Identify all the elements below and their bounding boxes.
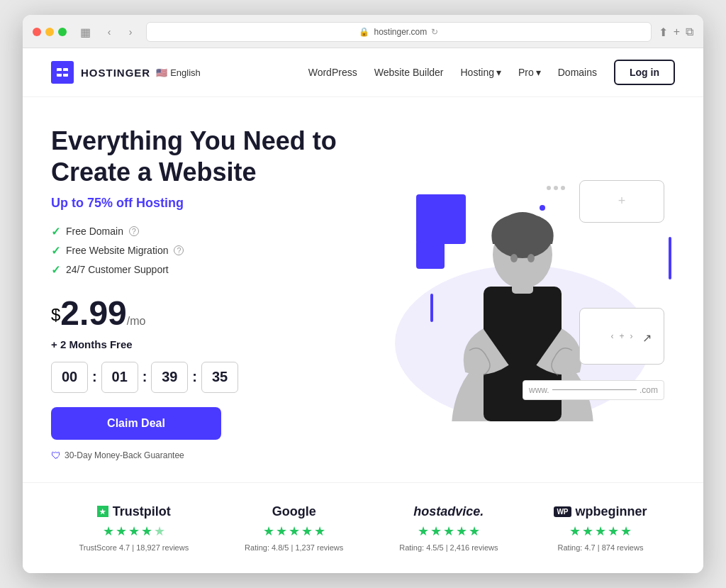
site-navigation: HOSTINGER 🇺🇸 English WordPress Website B…	[23, 48, 703, 97]
illustration-container: + ‹ + ›	[374, 166, 671, 421]
page-content: HOSTINGER 🇺🇸 English WordPress Website B…	[23, 48, 703, 572]
price-dollar: $	[51, 304, 60, 323]
login-button[interactable]: Log in	[614, 60, 675, 85]
info-icon[interactable]: ?	[174, 245, 184, 255]
money-back-guarantee: 🛡 30-Day Money-Back Guarantee	[51, 450, 356, 461]
cursor-icon: ↗	[642, 331, 652, 345]
hostadvice-label: hostadvice.	[413, 504, 484, 519]
shield-icon: 🛡	[51, 450, 61, 461]
price-block: $2.99/mo	[51, 294, 356, 333]
blue-dot	[540, 205, 545, 211]
accent-line-vertical	[669, 237, 671, 279]
window-icons: ▦	[77, 23, 94, 40]
browser-chrome: ▦ ‹ › 🔒 hostinger.com ↻ ⬆ + ⧉	[23, 15, 703, 48]
nav-website-builder[interactable]: Website Builder	[374, 67, 444, 78]
close-button[interactable]	[33, 28, 41, 36]
claim-deal-button[interactable]: Claim Deal	[51, 407, 221, 440]
review-trustpilot: ★ Trustpilot ★ ★ ★ ★ ★ TrustScore 4.7 | …	[79, 504, 189, 552]
countdown-sep: :	[192, 369, 197, 385]
nav-pro[interactable]: Pro ▾	[518, 67, 541, 78]
star-5: ★	[620, 523, 632, 539]
logo-text: HOSTINGER	[81, 67, 150, 79]
feature-label: Free Domain	[66, 226, 123, 237]
hero-section: Everything You Need toCreate a Website U…	[23, 97, 703, 482]
share-icon[interactable]: ⬆	[659, 26, 668, 39]
info-icon[interactable]: ?	[129, 226, 139, 236]
google-stars: ★ ★ ★ ★ ★	[245, 523, 343, 539]
google-brand: Google	[245, 504, 343, 519]
discount-text: 75%	[87, 196, 113, 210]
forward-button[interactable]: ›	[122, 23, 139, 40]
flag-icon: 🇺🇸	[156, 67, 167, 78]
star-3: ★	[128, 523, 140, 539]
domain-input-bar[interactable]: www. .com	[523, 380, 664, 400]
star-5: ★	[314, 523, 325, 539]
hero-subtitle: Up to 75% off Hosting	[51, 196, 356, 211]
browser-nav: ‹ ›	[101, 23, 139, 40]
left-arrow-icon: ‹	[610, 331, 613, 341]
countdown-minutes: 01	[101, 362, 138, 393]
nav-hosting[interactable]: Hosting ▾	[460, 67, 501, 78]
subtitle-suffix: off Hosting	[113, 196, 184, 210]
check-icon: ✓	[51, 244, 60, 257]
nav-wordpress[interactable]: WordPress	[308, 67, 357, 78]
domain-line	[552, 389, 637, 390]
star-4: ★	[608, 523, 619, 539]
star-1: ★	[418, 523, 429, 539]
countdown-hours: 00	[51, 362, 88, 393]
logo-area: HOSTINGER	[51, 61, 150, 84]
hero-title: Everything You Need toCreate a Website	[51, 126, 356, 187]
wpbeginner-label: wpbeginner	[576, 504, 647, 519]
svg-point-9	[527, 254, 535, 262]
review-hostadvice: hostadvice. ★ ★ ★ ★ ★ Rating: 4.5/5 | 2,…	[399, 504, 498, 552]
subtitle-prefix: Up to	[51, 196, 87, 210]
google-meta: Rating: 4.8/5 | 1,237 reviews	[245, 543, 343, 552]
svg-rect-2	[57, 71, 68, 74]
countdown-sep: :	[92, 369, 97, 385]
back-button[interactable]: ‹	[101, 23, 118, 40]
right-arrow-icon: ›	[630, 331, 633, 341]
tabs-icon[interactable]: ⧉	[686, 26, 693, 39]
star-3: ★	[443, 523, 454, 539]
ui-card-top: +	[579, 180, 664, 223]
feature-item: ✓ Free Website Migration ?	[51, 244, 356, 257]
new-tab-icon[interactable]: +	[674, 26, 680, 39]
trustpilot-meta: TrustScore 4.7 | 18,927 reviews	[79, 543, 189, 552]
sidebar-toggle-icon[interactable]: ▦	[77, 23, 94, 40]
minimize-button[interactable]	[45, 28, 54, 36]
address-bar[interactable]: 🔒 hostinger.com ↻	[146, 22, 652, 42]
google-label: Google	[272, 504, 316, 519]
countdown-seconds-tens: 39	[151, 362, 188, 393]
star-1: ★	[263, 523, 274, 539]
feature-label: 24/7 Customer Support	[66, 264, 169, 275]
wpbeginner-stars: ★ ★ ★ ★ ★	[554, 523, 647, 539]
language-selector[interactable]: 🇺🇸 English	[156, 67, 201, 78]
guarantee-text: 30-Day Money-Back Guarantee	[65, 450, 184, 460]
feature-item: ✓ 24/7 Customer Support	[51, 263, 356, 277]
hostadvice-stars: ★ ★ ★ ★ ★	[399, 523, 498, 539]
browser-window: ▦ ‹ › 🔒 hostinger.com ↻ ⬆ + ⧉	[23, 15, 703, 572]
ui-card-bottom: ‹ + ›	[579, 308, 664, 365]
check-icon: ✓	[51, 225, 60, 238]
chevron-down-icon: ▾	[536, 67, 541, 78]
nav-domains[interactable]: Domains	[558, 67, 597, 78]
hostadvice-brand: hostadvice.	[399, 504, 498, 519]
wpbeginner-brand: WP wpbeginner	[554, 504, 647, 519]
star-2: ★	[430, 523, 442, 539]
logo-icon	[51, 61, 74, 84]
reviews-section: ★ Trustpilot ★ ★ ★ ★ ★ TrustScore 4.7 | …	[23, 482, 703, 573]
url-text: hostinger.com	[374, 27, 427, 37]
www-text: www.	[529, 385, 549, 395]
chevron-down-icon: ▾	[496, 67, 501, 78]
feature-item: ✓ Free Domain ?	[51, 225, 356, 238]
price-note: + 2 Months Free	[51, 338, 356, 350]
trustpilot-stars: ★ ★ ★ ★ ★	[79, 523, 189, 539]
accent-line-horizontal	[430, 294, 433, 322]
language-label: English	[170, 67, 201, 78]
hero-content: Everything You Need toCreate a Website U…	[51, 126, 356, 460]
reload-icon[interactable]: ↻	[431, 27, 438, 37]
star-4: ★	[141, 523, 152, 539]
trustpilot-label: Trustpilot	[113, 504, 171, 519]
price-period: /mo	[127, 315, 146, 327]
maximize-button[interactable]	[58, 28, 67, 36]
